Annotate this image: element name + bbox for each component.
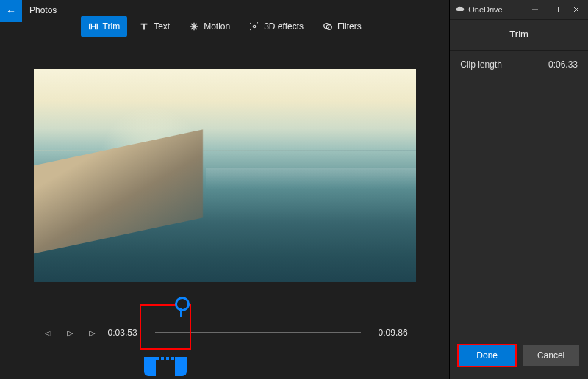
- back-arrow-icon: ←: [6, 5, 16, 17]
- video-preview[interactable]: [34, 69, 416, 282]
- tool-text[interactable]: Text: [132, 16, 177, 37]
- svg-point-7: [253, 25, 256, 28]
- panel-title: Trim: [450, 20, 588, 51]
- trim-selection[interactable]: [156, 357, 175, 360]
- tool-label: Motion: [204, 21, 230, 32]
- panel-body: Clip length 0:06.33: [450, 51, 588, 338]
- clip-length-value: 0:06.33: [548, 59, 578, 70]
- svg-rect-0: [89, 24, 91, 29]
- playback-timeline: ◁ ▷ ▷ 0:03.53 0:09.86: [0, 311, 449, 354]
- play-button[interactable]: ▷: [64, 327, 76, 339]
- end-time: 0:09.86: [371, 328, 408, 338]
- svg-line-10: [250, 23, 251, 24]
- prev-frame-button[interactable]: ◁: [42, 327, 54, 339]
- tool-label: Text: [154, 21, 170, 32]
- window-title-bar: OneDrive: [450, 0, 588, 20]
- preview-wrap: [0, 69, 449, 282]
- trim-handle-start[interactable]: [144, 357, 156, 376]
- onedrive-icon: [456, 4, 465, 15]
- app-title: Photos: [22, 0, 64, 15]
- close-button[interactable]: [566, 1, 587, 18]
- timeline-track[interactable]: [155, 332, 361, 333]
- trim-handle-end[interactable]: [175, 357, 187, 376]
- done-button[interactable]: Done: [459, 345, 515, 366]
- preview-decoration: [34, 150, 416, 151]
- text-icon: [139, 21, 149, 32]
- app-root: ← Photos Trim Text Motion: [0, 0, 588, 379]
- tool-filters[interactable]: Filters: [315, 16, 369, 37]
- close-icon: [573, 6, 580, 13]
- filters-icon: [323, 21, 333, 32]
- tool-label: Filters: [337, 21, 362, 32]
- svg-rect-14: [553, 7, 559, 12]
- svg-rect-1: [95, 24, 97, 29]
- tool-label: Trim: [103, 21, 121, 32]
- svg-line-8: [257, 22, 258, 23]
- next-frame-button[interactable]: ▷: [86, 327, 98, 339]
- panel-brand-label: OneDrive: [468, 5, 502, 14]
- tool-motion[interactable]: Motion: [182, 16, 237, 37]
- maximize-icon: [552, 6, 559, 13]
- playhead[interactable]: [175, 297, 190, 311]
- current-time: 0:03.53: [108, 328, 145, 338]
- sparkle-icon: [249, 21, 259, 32]
- window-controls: [525, 1, 587, 18]
- clip-length-row: Clip length 0:06.33: [460, 59, 578, 70]
- tool-3d-effects[interactable]: 3D effects: [242, 16, 311, 37]
- cancel-button-label: Cancel: [537, 350, 564, 361]
- side-panel: OneDrive Trim Clip length 0:06.33: [449, 0, 588, 379]
- trim-icon: [88, 21, 98, 32]
- editor-pane: ← Photos Trim Text Motion: [0, 0, 449, 379]
- tool-trim[interactable]: Trim: [81, 16, 128, 37]
- minimize-icon: [531, 6, 539, 13]
- preview-decoration: [34, 129, 203, 258]
- done-button-label: Done: [476, 350, 498, 361]
- tool-strip: Trim Text Motion 3D effects: [0, 16, 449, 40]
- minimize-button[interactable]: [525, 1, 545, 18]
- cancel-button[interactable]: Cancel: [523, 345, 579, 366]
- clip-length-label: Clip length: [460, 59, 502, 70]
- preview-decoration: [206, 168, 416, 190]
- tool-label: 3D effects: [264, 21, 304, 32]
- svg-line-9: [250, 29, 251, 30]
- maximize-button[interactable]: [545, 1, 566, 18]
- panel-brand: OneDrive: [456, 4, 502, 15]
- panel-footer: Done Cancel: [450, 338, 588, 379]
- motion-icon: [189, 21, 199, 32]
